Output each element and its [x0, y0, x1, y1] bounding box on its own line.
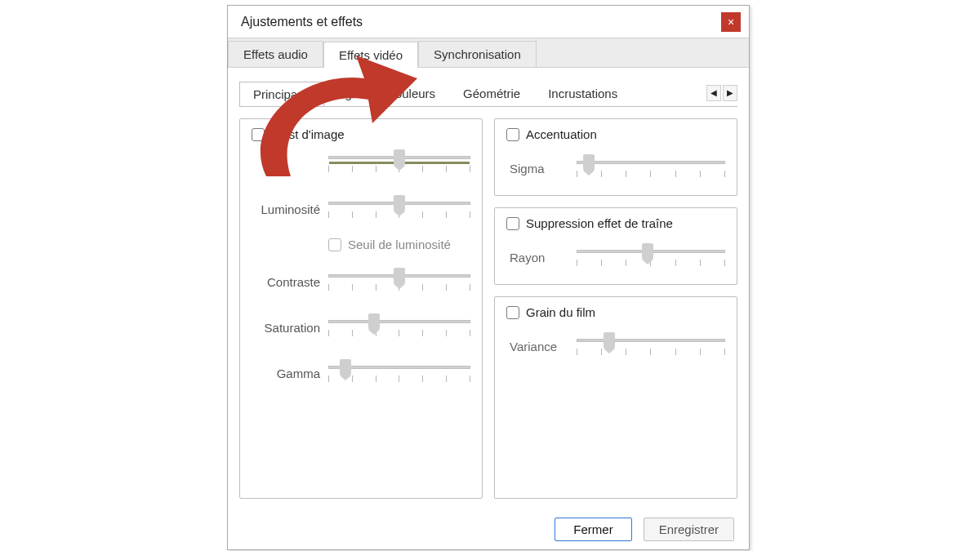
slider-label-saturation: Saturation	[252, 321, 320, 335]
slider-label-rayon: Rayon	[510, 251, 568, 264]
panel-traine: Suppression effet de traîne Rayon	[494, 207, 737, 285]
label-seuil-luminosite: Seuil de luminosité	[348, 238, 451, 251]
main-tabs: Effets audio Effets vidéo Synchronisatio…	[228, 38, 749, 68]
panel-image-adjust: Ajust d'image	[239, 118, 483, 499]
slider-row-gamma: Gamma	[252, 361, 470, 385]
tab-synchronisation[interactable]: Synchronisation	[418, 41, 537, 67]
tab-content: Principaux age Couleurs Géométrie Incrus…	[228, 68, 749, 509]
close-button[interactable]: Fermer	[555, 518, 631, 541]
titlebar: Ajustements et effets ×	[228, 6, 749, 38]
panel-image-adjust-title: Ajust d'image	[271, 127, 345, 141]
panel-accentuation: Accentuation Sigma	[494, 118, 737, 196]
panel-accentuation-title: Accentuation	[526, 127, 597, 141]
slider-label-luminosite: Luminosité	[252, 202, 320, 216]
slider-gamma[interactable]	[328, 361, 470, 385]
dialog-footer: Fermer Enregistrer	[228, 509, 749, 549]
panel-grain-title: Grain du film	[526, 305, 595, 319]
slider-row-sigma: Sigma	[506, 156, 725, 180]
slider-label-contraste: Contraste	[252, 275, 320, 289]
checkbox-seuil-luminosite[interactable]	[328, 238, 341, 251]
window-close-button[interactable]: ×	[721, 12, 741, 32]
subtabs-scroll-left[interactable]: ◀	[706, 85, 721, 101]
subtab-incrustations[interactable]: Incrustations	[534, 81, 631, 105]
tab-audio-effects[interactable]: Effets audio	[228, 41, 323, 67]
subtabs-scroll-right[interactable]: ▶	[723, 85, 737, 101]
slider-row-rayon: Rayon	[506, 245, 725, 269]
slider-sigma[interactable]	[577, 156, 725, 180]
save-button[interactable]: Enregistrer	[644, 518, 734, 541]
checkbox-image-adjust[interactable]	[252, 128, 265, 141]
slider-row-luminosite: Luminosité	[252, 197, 470, 221]
slider-label-variance: Variance	[510, 340, 568, 353]
adjustments-dialog: Ajustements et effets × Effets audio Eff…	[227, 5, 750, 550]
slider-saturation[interactable]	[328, 315, 470, 340]
panel-traine-title: Suppression effet de traîne	[526, 216, 673, 230]
subtab-principaux[interactable]: Principaux	[239, 82, 324, 106]
panel-grain: Grain du film Variance	[494, 296, 737, 499]
checkbox-accentuation[interactable]	[506, 128, 519, 141]
sub-tabs: Principaux age Couleurs Géométrie Incrus…	[239, 79, 737, 107]
slider-hue[interactable]	[328, 151, 470, 176]
slider-label-gamma: Gamma	[252, 367, 320, 380]
slider-label-sigma: Sigma	[510, 162, 568, 176]
slider-row-saturation: Saturation	[252, 315, 470, 340]
slider-row-variance: Variance	[506, 334, 725, 358]
slider-luminosite[interactable]	[328, 197, 470, 221]
slider-rayon[interactable]	[577, 245, 725, 269]
slider-contraste[interactable]	[328, 269, 470, 294]
subtab-couleurs[interactable]: Couleurs	[372, 81, 449, 105]
slider-variance[interactable]	[577, 334, 725, 358]
slider-row-contraste: Contraste	[252, 269, 470, 294]
checkbox-grain[interactable]	[506, 306, 519, 319]
close-icon: ×	[728, 16, 734, 28]
window-title: Ajustements et effets	[241, 15, 363, 29]
slider-row-hue	[252, 151, 470, 176]
subtab-rognage[interactable]: age	[324, 81, 372, 105]
subtab-geometrie[interactable]: Géométrie	[449, 81, 534, 105]
tab-video-effects[interactable]: Effets vidéo	[323, 42, 418, 68]
checkbox-traine[interactable]	[506, 217, 519, 230]
